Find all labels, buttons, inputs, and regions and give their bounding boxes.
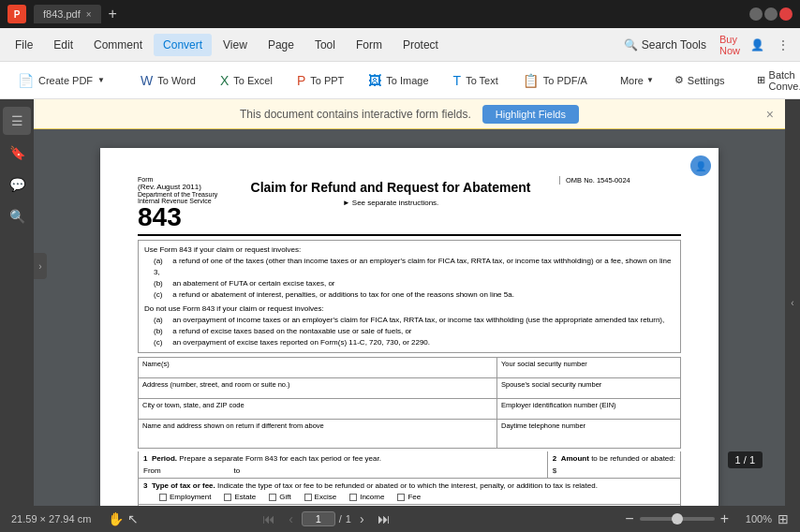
zoom-in-button[interactable]: + bbox=[720, 511, 729, 526]
bottom-bar: 21.59 × 27.94 cm ✋ ↖ ⏮ ‹ / 1 › ⏭ − + 100… bbox=[0, 506, 800, 532]
search-icon: 🔍 bbox=[624, 38, 638, 52]
estate-checkbox[interactable] bbox=[224, 494, 231, 501]
to-excel-label: To Excel bbox=[233, 75, 273, 86]
notification-bar: This document contains interactive form … bbox=[34, 99, 785, 129]
income-checkbox[interactable] bbox=[349, 494, 357, 501]
window-controls bbox=[749, 7, 793, 21]
zoom-thumb[interactable] bbox=[672, 513, 683, 525]
to-text-icon: T bbox=[453, 73, 462, 88]
section-1-text: Prepare a separate Form 843 for each tax… bbox=[179, 454, 381, 463]
create-pdf-label: Create PDF bbox=[38, 75, 93, 86]
section-1-subtext: From to bbox=[143, 466, 542, 475]
do-not-use-header: Do not use Form 843 if your claim or req… bbox=[144, 303, 674, 315]
section-4: 4 Type of penalty. If the claim or reque… bbox=[138, 505, 681, 506]
menu-page[interactable]: Page bbox=[259, 34, 304, 56]
tab-close-button[interactable]: × bbox=[86, 9, 92, 20]
user-icon[interactable]: 👤 bbox=[746, 34, 768, 56]
settings-icon: ⚙ bbox=[674, 74, 684, 86]
to-pdfa-button[interactable]: 📋 To PDF/A bbox=[512, 68, 598, 93]
last-page-button[interactable]: ⏭ bbox=[373, 510, 395, 528]
to-word-icon: W bbox=[141, 73, 153, 88]
buy-now-button[interactable]: Buy Now bbox=[719, 34, 742, 56]
sidebar-collapse-button[interactable]: › bbox=[34, 253, 47, 279]
next-page-button[interactable]: › bbox=[355, 510, 369, 528]
sidebar-pages-icon[interactable]: ☰ bbox=[3, 107, 31, 135]
pdf-viewer: This document contains interactive form … bbox=[34, 99, 785, 506]
minimize-button[interactable] bbox=[749, 7, 763, 21]
title-bar: P f843.pdf × + bbox=[0, 0, 800, 28]
section-2-label: Amount bbox=[561, 454, 589, 463]
prev-page-button[interactable]: ‹ bbox=[284, 510, 298, 528]
close-button[interactable] bbox=[779, 7, 793, 21]
search-tools-button[interactable]: 🔍 Search Tools bbox=[615, 35, 716, 55]
section-2-text: to be refunded or abated: bbox=[591, 454, 675, 463]
zoom-slider[interactable] bbox=[640, 517, 715, 521]
to-image-button[interactable]: 🖼 To Image bbox=[358, 68, 438, 93]
field-phone-label: Daytime telephone number bbox=[497, 420, 680, 448]
section-1-2: 1 Period. Prepare a separate Form 843 fo… bbox=[138, 451, 681, 479]
notification-close-button[interactable]: × bbox=[766, 107, 774, 122]
inst-a: (a) a refund of one of the taxes (other … bbox=[154, 256, 674, 278]
right-sidebar-collapse-button[interactable]: ‹ bbox=[791, 298, 793, 308]
section-1-label: Period. bbox=[152, 454, 177, 463]
menu-view[interactable]: View bbox=[214, 34, 257, 56]
menu-protect[interactable]: Protect bbox=[393, 34, 448, 56]
field-names-label: Name(s) bbox=[139, 358, 497, 377]
menu-comment[interactable]: Comment bbox=[84, 34, 152, 56]
batch-convert-button[interactable]: ⊞ Batch Conve... bbox=[749, 66, 800, 96]
to-excel-button[interactable]: X To Excel bbox=[210, 68, 283, 93]
section-2-value: $ bbox=[553, 466, 675, 475]
highlight-fields-button[interactable]: Highlight Fields bbox=[482, 105, 579, 124]
hand-tool-button[interactable]: ✋ bbox=[108, 511, 124, 526]
menu-file[interactable]: File bbox=[6, 34, 42, 56]
main-area: ☰ 🔖 💬 🔍 › This document contains interac… bbox=[0, 99, 800, 506]
excise-checkbox[interactable] bbox=[304, 494, 312, 501]
inst-b: (b) an abatement of FUTA or certain exci… bbox=[154, 278, 674, 289]
form-number: 843 bbox=[138, 204, 222, 230]
menu-edit[interactable]: Edit bbox=[44, 34, 82, 56]
to-word-label: To Word bbox=[157, 75, 196, 86]
fit-page-button[interactable]: ⊞ bbox=[778, 511, 789, 526]
menu-convert[interactable]: Convert bbox=[154, 34, 212, 56]
first-page-button[interactable]: ⏮ bbox=[258, 510, 280, 528]
to-ppt-label: To PPT bbox=[310, 75, 344, 86]
field-spouse-ssn-label: Spouse's social security number bbox=[497, 378, 680, 398]
more-button[interactable]: More ▼ bbox=[613, 71, 661, 90]
to-word-button[interactable]: W To Word bbox=[130, 68, 206, 93]
menu-more-icon[interactable]: ⋮ bbox=[772, 34, 794, 56]
form-instructions: Use Form 843 if your claim or request in… bbox=[138, 240, 681, 353]
select-tool-button[interactable]: ↖ bbox=[127, 511, 139, 526]
sidebar-bookmarks-icon[interactable]: 🔖 bbox=[3, 139, 31, 167]
tab-item[interactable]: f843.pdf × bbox=[34, 5, 101, 23]
menu-tool[interactable]: Tool bbox=[305, 34, 345, 56]
sidebar-search-icon[interactable]: 🔍 bbox=[3, 202, 31, 230]
gift-checkbox[interactable] bbox=[269, 494, 276, 501]
dimensions-text: 21.59 × 27.94 cm bbox=[11, 513, 91, 525]
employment-checkbox[interactable] bbox=[159, 494, 167, 501]
to-ppt-button[interactable]: P To PPT bbox=[287, 68, 354, 93]
to-text-button[interactable]: T To Text bbox=[443, 68, 509, 93]
do-not-c: (c) an overpayment of excise taxes repor… bbox=[154, 337, 674, 348]
settings-button[interactable]: ⚙ Settings bbox=[665, 70, 734, 90]
batch-icon: ⊞ bbox=[757, 74, 765, 86]
field-ein-label: Employer identification number (EIN) bbox=[497, 399, 680, 419]
inst-c: (c) a refund or abatement of interest, p… bbox=[154, 289, 674, 301]
zoom-percentage: 100% bbox=[734, 513, 772, 525]
to-pdfa-icon: 📋 bbox=[523, 73, 539, 88]
pdf-content[interactable]: 👤 Form (Rev. August 2011) Department of … bbox=[34, 129, 785, 506]
maximize-button[interactable] bbox=[764, 7, 778, 21]
create-pdf-button[interactable]: 📄 Create PDF ▼ bbox=[7, 68, 115, 93]
right-sidebar: ‹ bbox=[785, 99, 800, 506]
user-avatar[interactable]: 👤 bbox=[690, 155, 711, 176]
menu-form[interactable]: Form bbox=[347, 34, 392, 56]
page-controls: ⏮ ‹ / 1 › ⏭ bbox=[258, 510, 395, 528]
new-tab-button[interactable]: + bbox=[109, 6, 117, 22]
fee-checkbox[interactable] bbox=[397, 494, 405, 501]
create-pdf-icon: 📄 bbox=[18, 73, 34, 88]
field-address-label: Address (number, street, and room or sui… bbox=[139, 378, 497, 398]
checkbox-estate: Estate bbox=[224, 493, 256, 501]
zoom-out-button[interactable]: − bbox=[625, 511, 633, 526]
form-fields: Name(s) Your social security number Addr… bbox=[138, 357, 681, 449]
page-number-input[interactable] bbox=[302, 511, 335, 526]
sidebar-comments-icon[interactable]: 💬 bbox=[3, 170, 31, 199]
